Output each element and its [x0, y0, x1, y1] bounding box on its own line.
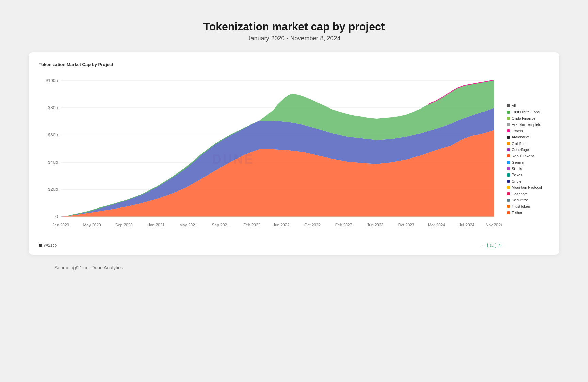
- legend-item-circle: Circle: [507, 179, 549, 184]
- svg-text:May 2021: May 2021: [179, 223, 197, 227]
- legend-color-tether: [507, 211, 510, 214]
- svg-text:$60b: $60b: [48, 133, 58, 137]
- svg-text:0: 0: [55, 214, 58, 219]
- legend-item-paxos: Paxos: [507, 172, 549, 178]
- svg-text:Sep 2021: Sep 2021: [212, 223, 229, 227]
- legend-item-stasis: Stasis: [507, 166, 549, 172]
- legend-item-securitize: Securitize: [507, 197, 549, 203]
- legend-label-hashnote: Hashnote: [512, 191, 528, 197]
- legend-color-first-digital: [507, 111, 510, 114]
- chart-area: Dune $100b $80b $60b $40b $20b 0: [39, 70, 549, 248]
- legend-label-centrifuge: Centrifuge: [512, 147, 529, 153]
- chart-left: Dune $100b $80b $60b $40b $20b 0: [39, 70, 502, 248]
- legend-item-aktionariat: Aktionariat: [507, 134, 549, 140]
- legend-item-realt: RealT Tokens: [507, 153, 549, 159]
- legend-color-realt: [507, 154, 510, 157]
- legend-label-circle: Circle: [512, 179, 521, 184]
- main-chart-svg: $100b $80b $60b $40b $20b 0 Jan 2020 May…: [39, 70, 502, 240]
- legend-item-tether: Tether: [507, 210, 549, 216]
- svg-text:Jun 2022: Jun 2022: [273, 223, 290, 227]
- legend-color-all: [507, 104, 510, 107]
- timeframe-button[interactable]: 1d: [487, 243, 496, 248]
- svg-text:Sep 2020: Sep 2020: [115, 223, 133, 227]
- legend-item-centrifuge: Centrifuge: [507, 147, 549, 153]
- brand-dot: [39, 244, 42, 247]
- legend-color-ondo: [507, 117, 510, 120]
- legend-item-mountain: Mountain Protocol: [507, 185, 549, 190]
- legend-item-others: Others: [507, 128, 549, 134]
- refresh-icon[interactable]: ↻: [498, 243, 502, 248]
- legend-color-gemini: [507, 161, 510, 164]
- legend-color-stasis: [507, 167, 510, 170]
- svg-text:Jun 2023: Jun 2023: [367, 223, 383, 227]
- legend-label-securitize: Securitize: [512, 197, 528, 203]
- legend-item-goldfinch: Goldfinch: [507, 141, 549, 147]
- svg-text:Oct 2022: Oct 2022: [304, 223, 321, 227]
- legend-color-goldfinch: [507, 142, 510, 145]
- legend-color-circle: [507, 180, 510, 183]
- page-subtitle: January 2020 - November 8, 2024: [247, 35, 340, 42]
- svg-text:Feb 2023: Feb 2023: [335, 223, 352, 227]
- legend-label-ondo: Ondo Finance: [512, 116, 535, 121]
- chart-footer-controls: ··· 1d ↻: [480, 243, 502, 248]
- chart-label: Tokenization Market Cap by Project: [39, 62, 549, 67]
- legend-item-first-digital: First Digital Labs: [507, 109, 549, 115]
- svg-text:Mar 2024: Mar 2024: [428, 223, 445, 227]
- legend-color-hashnote: [507, 192, 510, 195]
- svg-text:Jan 2021: Jan 2021: [148, 223, 165, 227]
- svg-text:Oct 2023: Oct 2023: [398, 223, 414, 227]
- legend-label-stasis: Stasis: [512, 166, 522, 172]
- svg-text:Jul 2024: Jul 2024: [459, 223, 475, 227]
- legend-item-trusttoken: TrustToken: [507, 204, 549, 210]
- legend-label-realt: RealT Tokens: [512, 153, 535, 159]
- legend-item-hashnote: Hashnote: [507, 191, 549, 197]
- legend-color-franklin: [507, 123, 510, 126]
- legend-label-aktionariat: Aktionariat: [512, 134, 529, 140]
- svg-text:$100b: $100b: [46, 78, 58, 83]
- more-icon[interactable]: ···: [480, 243, 485, 248]
- legend-color-paxos: [507, 173, 510, 177]
- legend-label-goldfinch: Goldfinch: [512, 141, 527, 147]
- legend-label-others: Others: [512, 128, 523, 134]
- legend-label-trusttoken: TrustToken: [512, 204, 530, 210]
- legend-color-trusttoken: [507, 205, 510, 208]
- svg-text:Nov 2024: Nov 2024: [486, 223, 502, 227]
- svg-text:Feb 2022: Feb 2022: [243, 223, 260, 227]
- svg-text:$40b: $40b: [48, 160, 58, 164]
- chart-container: Tokenization Market Cap by Project Dune …: [29, 52, 559, 255]
- svg-text:May 2020: May 2020: [83, 223, 101, 227]
- chart-footer: @21co ··· 1d ↻: [39, 243, 502, 248]
- legend-color-others: [507, 129, 510, 132]
- legend-item-all: All: [507, 103, 549, 109]
- legend-item-ondo: Ondo Finance: [507, 116, 549, 121]
- legend-label-paxos: Paxos: [512, 172, 522, 178]
- legend-item-franklin: Franklin Templeto: [507, 122, 549, 128]
- legend-item-gemini: Gemini: [507, 160, 549, 165]
- chart-footer-brand: @21co: [39, 243, 57, 248]
- legend-label-first-digital: First Digital Labs: [512, 109, 540, 115]
- svg-text:$80b: $80b: [48, 105, 58, 110]
- chart-legend: All First Digital Labs Ondo Finance Fran…: [502, 70, 549, 248]
- legend-label-mountain: Mountain Protocol: [512, 185, 542, 190]
- legend-label-all: All: [512, 103, 516, 109]
- legend-label-gemini: Gemini: [512, 160, 524, 165]
- source-note: Source: @21.co, Dune Analytics: [27, 265, 123, 270]
- brand-label: @21co: [44, 243, 57, 248]
- svg-text:Jan 2020: Jan 2020: [52, 223, 69, 227]
- legend-color-aktionariat: [507, 136, 510, 139]
- legend-color-mountain: [507, 186, 510, 189]
- legend-color-centrifuge: [507, 148, 510, 151]
- legend-color-securitize: [507, 199, 510, 202]
- legend-label-franklin: Franklin Templeto: [512, 122, 541, 128]
- svg-text:$20b: $20b: [48, 187, 58, 192]
- legend-label-tether: Tether: [512, 210, 522, 216]
- page-title: Tokenization market cap by project: [203, 20, 385, 33]
